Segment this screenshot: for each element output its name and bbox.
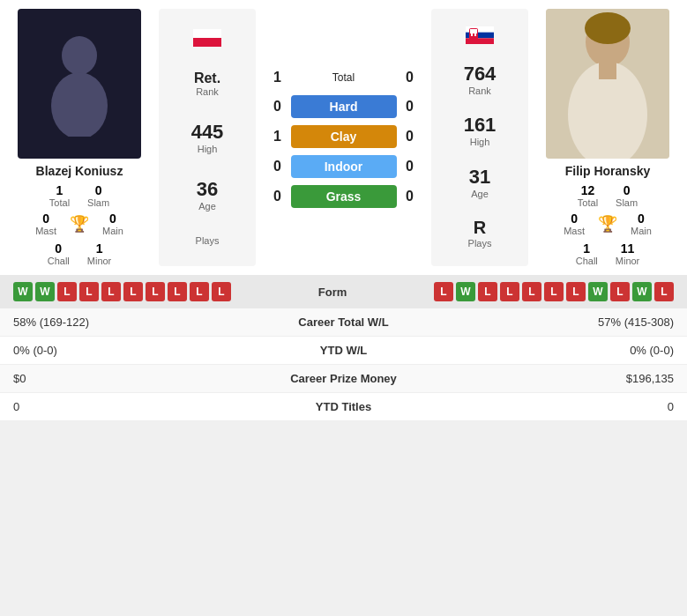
form-badge-left: L (190, 282, 209, 301)
form-badge-right: L (566, 282, 586, 301)
left-rank-block: Ret. Rank (194, 71, 220, 97)
player-right: Filip Horansky 12 Total 0 Slam 0 Mast 🏆 (533, 9, 683, 266)
center-stats: 1 Total 0 0 Hard 0 1 Clay 0 (260, 9, 427, 266)
player-right-slam: 0 Slam (616, 183, 638, 208)
left-plays-block: Plays (196, 235, 220, 246)
player-left-avatar (18, 9, 141, 159)
stats-row: 58% (169-122)Career Total W/L57% (415-30… (0, 308, 687, 337)
stats-left-val: 58% (169-122) (13, 315, 256, 329)
right-info-panel: 764 Rank 161 High 31 Age R Plays (431, 9, 528, 266)
form-badge-left: W (35, 282, 55, 301)
player-left-stats-bot: 0 Chall 1 Minor (48, 241, 112, 266)
clay-btn[interactable]: Clay (291, 125, 397, 148)
form-badge-left: L (146, 282, 165, 301)
form-badge-right: L (434, 282, 453, 301)
stats-center-label: YTD W/L (256, 344, 432, 357)
player-left-minor: 1 Minor (87, 241, 112, 266)
form-badge-left: L (57, 282, 77, 301)
form-badge-right: L (478, 282, 497, 301)
hard-btn[interactable]: Hard (291, 95, 397, 118)
right-age-block: 31 Age (469, 166, 490, 199)
stats-row: 0% (0-0)YTD W/L0% (0-0) (0, 337, 687, 365)
stats-row: $0Career Prize Money$196,135 (0, 365, 687, 393)
form-badge-right: L (544, 282, 564, 301)
trophy-left-icon: 🏆 (70, 214, 89, 234)
grass-btn[interactable]: Grass (291, 185, 397, 208)
player-left-stats-top: 1 Total 0 Slam (49, 183, 109, 208)
form-badge-left: L (101, 282, 121, 301)
svg-rect-2 (193, 29, 221, 38)
form-badge-left: L (123, 282, 143, 301)
form-badge-left: W (13, 282, 33, 301)
right-high-block: 161 High (464, 114, 497, 147)
svg-rect-8 (470, 29, 477, 33)
total-btn[interactable]: Total (291, 67, 397, 88)
center-hard-row: 0 Hard 0 (265, 95, 422, 118)
stats-center-label: YTD Titles (256, 400, 432, 413)
center-clay-row: 1 Clay 0 (265, 125, 422, 148)
stats-right-val: 57% (415-308) (432, 315, 675, 329)
form-badge-left: L (212, 282, 231, 301)
right-rank-block: 764 Rank (464, 63, 497, 96)
player-left-chall: 0 Chall (48, 241, 70, 266)
svg-rect-10 (474, 33, 476, 36)
svg-point-1 (51, 72, 108, 137)
player-right-mast: 0 Mast (564, 212, 585, 236)
form-badge-right: L (500, 282, 519, 301)
player-right-stats-bot: 1 Chall 11 Minor (576, 241, 640, 266)
center-grass-row: 0 Grass 0 (265, 185, 422, 208)
right-plays-block: R Plays (468, 218, 492, 249)
form-badge-left: L (168, 282, 187, 301)
player-right-name: Filip Horansky (565, 164, 650, 178)
trophy-right-icon: 🏆 (598, 214, 617, 234)
left-age-block: 36 Age (197, 178, 218, 212)
player-right-total: 12 Total (578, 183, 598, 208)
player-right-avatar (546, 9, 669, 159)
stats-left-val: 0 (13, 400, 256, 413)
main-container: Blazej Koniusz 1 Total 0 Slam 0 Mast 🏆 (0, 0, 687, 421)
center-indoor-row: 0 Indoor 0 (265, 155, 422, 178)
form-section: WWLLLLLLLL Form LWLLLLLWLWL (0, 275, 687, 308)
svg-rect-15 (599, 62, 616, 79)
form-badges-right: LWLLLLLWLWL (434, 282, 674, 301)
form-badge-right: W (632, 282, 652, 301)
form-badges-left: WWLLLLLLLL (13, 282, 231, 301)
stats-right-val: 0 (432, 400, 675, 413)
stats-center-label: Career Prize Money (256, 372, 432, 385)
player-left-main: 0 Main (102, 212, 123, 236)
form-badge-right: W (456, 282, 475, 301)
stats-left-val: 0% (0-0) (13, 344, 256, 357)
player-left-total: 1 Total (49, 183, 70, 208)
stats-left-val: $0 (13, 372, 256, 385)
svg-point-0 (62, 36, 97, 75)
player-right-stats-top: 12 Total 0 Slam (578, 183, 638, 208)
svg-rect-3 (193, 38, 221, 47)
form-badge-left: L (79, 282, 99, 301)
form-label: Form (318, 286, 347, 299)
players-section: Blazej Koniusz 1 Total 0 Slam 0 Mast 🏆 (0, 0, 687, 275)
indoor-btn[interactable]: Indoor (291, 155, 397, 178)
player-left: Blazej Koniusz 1 Total 0 Slam 0 Mast 🏆 (4, 9, 154, 266)
svg-point-13 (585, 12, 631, 44)
player-right-minor: 11 Minor (616, 241, 640, 266)
player-right-stats-mid: 0 Mast 🏆 0 Main (564, 212, 652, 236)
stats-right-val: $196,135 (432, 372, 675, 385)
stats-table: 58% (169-122)Career Total W/L57% (415-30… (0, 308, 687, 421)
stats-row: 0YTD Titles0 (0, 393, 687, 421)
form-badge-right: L (522, 282, 541, 301)
player-left-name: Blazej Koniusz (36, 164, 123, 178)
form-badge-right: W (588, 282, 608, 301)
stats-right-val: 0% (0-0) (432, 344, 675, 357)
flag-slovakia (466, 26, 494, 44)
center-total-row: 1 Total 0 (265, 67, 422, 88)
player-left-slam: 0 Slam (87, 183, 109, 208)
player-right-chall: 1 Chall (576, 241, 598, 266)
player-left-mast: 0 Mast (35, 212, 56, 236)
stats-center-label: Career Total W/L (256, 315, 432, 329)
player-left-stats-mid: 0 Mast 🏆 0 Main (35, 212, 123, 236)
svg-rect-9 (471, 33, 473, 36)
left-info-panel: Ret. Rank 445 High 36 Age Plays (159, 9, 256, 266)
flag-poland (193, 29, 221, 47)
left-high-block: 445 High (191, 121, 224, 154)
player-right-main: 0 Main (631, 212, 652, 236)
